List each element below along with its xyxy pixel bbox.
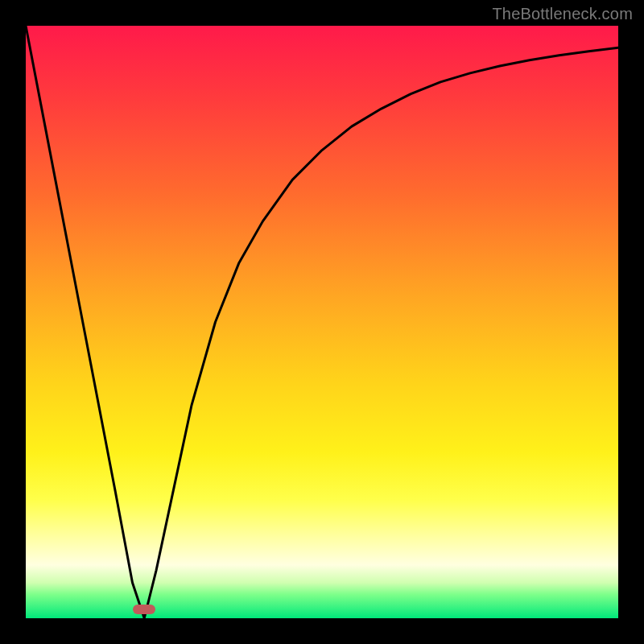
bottleneck-curve [26,26,618,618]
minimum-marker [133,605,155,614]
watermark-text: TheBottleneck.com [492,5,633,23]
plot-area [26,26,618,618]
chart-frame: TheBottleneck.com [0,0,644,644]
